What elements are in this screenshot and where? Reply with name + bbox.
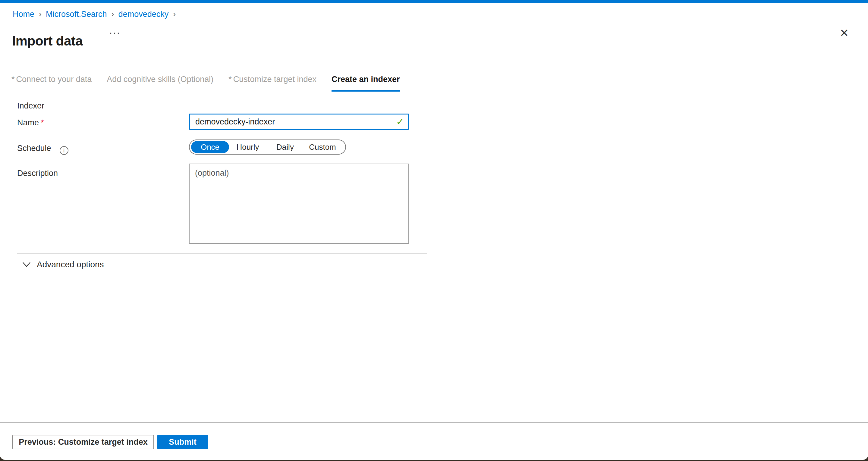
section-divider (17, 276, 427, 276)
more-options-icon[interactable]: ··· (109, 28, 121, 37)
wizard-tabs: *Connect to your data Add cognitive skil… (11, 75, 400, 92)
advanced-options-toggle[interactable]: Advanced options (22, 260, 104, 269)
schedule-option-daily[interactable]: Daily (267, 143, 304, 152)
tab-customize-target-index[interactable]: *Customize target index (228, 75, 316, 92)
import-data-panel: Home › Microsoft.Search › demovedecky › … (0, 0, 868, 460)
page-title: Import data (12, 33, 83, 49)
tab-create-an-indexer[interactable]: Create an indexer (332, 75, 400, 92)
tab-connect-to-your-data[interactable]: *Connect to your data (11, 75, 92, 92)
info-icon[interactable]: i (60, 146, 68, 155)
name-label-text: Name (17, 118, 39, 127)
required-asterisk: * (41, 118, 44, 127)
azure-top-accent-bar (0, 0, 868, 3)
tab-add-cognitive-skills[interactable]: Add cognitive skills (Optional) (107, 75, 213, 92)
name-label: Name* (17, 118, 44, 127)
schedule-segmented-control: Once Hourly Daily Custom (189, 140, 346, 155)
chevron-right-icon: › (111, 10, 114, 18)
breadcrumb-home-link[interactable]: Home (13, 10, 34, 19)
schedule-option-hourly[interactable]: Hourly (229, 143, 267, 152)
tab-label: Customize target index (233, 75, 316, 84)
description-textarea[interactable] (189, 164, 409, 244)
chevron-right-icon: › (38, 10, 41, 18)
close-icon[interactable]: ✕ (840, 28, 849, 38)
tab-label: Connect to your data (16, 75, 92, 84)
name-field-wrapper: ✓ (189, 114, 409, 130)
section-divider (17, 253, 427, 254)
schedule-option-custom[interactable]: Custom (304, 143, 341, 152)
chevron-down-icon (22, 262, 31, 267)
previous-step-button[interactable]: Previous: Customize target index (12, 435, 154, 449)
required-marker: * (11, 75, 15, 84)
breadcrumb: Home › Microsoft.Search › demovedecky › (13, 10, 176, 19)
indexer-section-label: Indexer (17, 101, 44, 111)
tab-label: Create an indexer (332, 75, 400, 84)
schedule-label: Schedulei (17, 144, 68, 155)
description-label: Description (17, 169, 58, 178)
tab-label: Add cognitive skills (Optional) (107, 75, 213, 84)
submit-button[interactable]: Submit (157, 435, 208, 449)
schedule-option-once[interactable]: Once (191, 141, 229, 153)
valid-check-icon: ✓ (396, 116, 404, 127)
breadcrumb-microsoft-search-link[interactable]: Microsoft.Search (46, 10, 107, 19)
required-marker: * (228, 75, 232, 84)
chevron-right-icon: › (173, 10, 176, 18)
footer-divider (0, 422, 868, 423)
schedule-label-text: Schedule (17, 144, 51, 153)
breadcrumb-demovedecky-link[interactable]: demovedecky (119, 10, 169, 19)
indexer-name-input[interactable] (189, 114, 409, 130)
advanced-options-label: Advanced options (37, 260, 104, 269)
